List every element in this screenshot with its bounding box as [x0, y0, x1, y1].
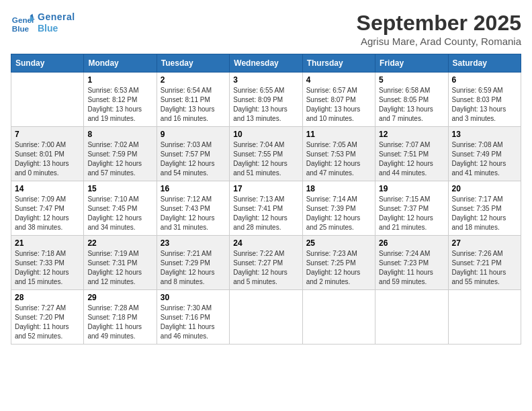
day-info: Sunrise: 7:04 AMSunset: 7:55 PMDaylight:…	[233, 140, 298, 178]
day-info: Sunrise: 7:02 AMSunset: 7:59 PMDaylight:…	[87, 140, 152, 178]
day-number: 14	[15, 184, 80, 193]
calendar-cell: 15Sunrise: 7:10 AMSunset: 7:45 PMDayligh…	[84, 181, 157, 236]
calendar-week-row: 14Sunrise: 7:09 AMSunset: 7:47 PMDayligh…	[11, 181, 521, 236]
day-number: 29	[87, 293, 152, 302]
calendar-cell: 6Sunrise: 6:59 AMSunset: 8:03 PMDaylight…	[448, 73, 521, 127]
day-info: Sunrise: 7:15 AMSunset: 7:37 PMDaylight:…	[379, 195, 444, 232]
day-number: 17	[233, 184, 298, 193]
day-number: 8	[87, 130, 152, 139]
day-info: Sunrise: 6:57 AMSunset: 8:07 PMDaylight:…	[306, 86, 371, 124]
day-number: 15	[87, 184, 152, 193]
day-number: 10	[233, 130, 298, 139]
calendar-week-row: 1Sunrise: 6:53 AMSunset: 8:12 PMDaylight…	[11, 73, 521, 127]
day-info: Sunrise: 7:19 AMSunset: 7:31 PMDaylight:…	[87, 249, 152, 287]
header-tuesday: Tuesday	[157, 54, 229, 73]
month-title: September 2025	[357, 11, 521, 36]
day-info: Sunrise: 7:03 AMSunset: 7:57 PMDaylight:…	[161, 140, 226, 178]
calendar-cell	[375, 290, 448, 345]
day-info: Sunrise: 6:55 AMSunset: 8:09 PMDaylight:…	[233, 86, 298, 124]
calendar-cell: 7Sunrise: 7:00 AMSunset: 8:01 PMDaylight…	[11, 127, 84, 181]
day-number: 23	[161, 238, 226, 248]
calendar-cell: 28Sunrise: 7:27 AMSunset: 7:20 PMDayligh…	[11, 290, 84, 345]
calendar-week-row: 21Sunrise: 7:18 AMSunset: 7:33 PMDayligh…	[11, 236, 521, 290]
calendar-cell: 29Sunrise: 7:28 AMSunset: 7:18 PMDayligh…	[84, 290, 157, 345]
day-number: 26	[379, 238, 444, 248]
calendar-cell: 21Sunrise: 7:18 AMSunset: 7:33 PMDayligh…	[11, 236, 84, 290]
calendar-cell: 3Sunrise: 6:55 AMSunset: 8:09 PMDaylight…	[230, 73, 302, 127]
day-number: 18	[306, 184, 371, 193]
day-number: 2	[161, 75, 226, 85]
header: General Blue General Blue September 2025…	[11, 11, 521, 47]
calendar-cell: 12Sunrise: 7:07 AMSunset: 7:51 PMDayligh…	[375, 127, 448, 181]
header-thursday: Thursday	[302, 54, 375, 73]
day-info: Sunrise: 7:23 AMSunset: 7:25 PMDaylight:…	[306, 249, 371, 287]
calendar-cell: 27Sunrise: 7:26 AMSunset: 7:21 PMDayligh…	[448, 236, 521, 290]
day-number: 19	[379, 184, 444, 193]
logo-text-general: General	[38, 11, 75, 23]
day-info: Sunrise: 7:30 AMSunset: 7:16 PMDaylight:…	[161, 304, 226, 341]
day-info: Sunrise: 7:08 AMSunset: 7:49 PMDaylight:…	[452, 140, 517, 178]
logo: General Blue General Blue	[11, 11, 75, 35]
calendar-cell: 16Sunrise: 7:12 AMSunset: 7:43 PMDayligh…	[157, 181, 229, 236]
day-number: 25	[306, 238, 371, 248]
calendar-cell: 25Sunrise: 7:23 AMSunset: 7:25 PMDayligh…	[302, 236, 375, 290]
day-info: Sunrise: 6:54 AMSunset: 8:11 PMDaylight:…	[161, 86, 226, 124]
day-number: 27	[452, 238, 517, 248]
calendar: SundayMondayTuesdayWednesdayThursdayFrid…	[11, 54, 521, 345]
calendar-cell: 18Sunrise: 7:14 AMSunset: 7:39 PMDayligh…	[302, 181, 375, 236]
calendar-cell: 4Sunrise: 6:57 AMSunset: 8:07 PMDaylight…	[302, 73, 375, 127]
calendar-cell: 11Sunrise: 7:05 AMSunset: 7:53 PMDayligh…	[302, 127, 375, 181]
location-title: Agrisu Mare, Arad County, Romania	[357, 36, 521, 47]
logo-text-blue: Blue	[38, 23, 75, 34]
header-monday: Monday	[84, 54, 157, 73]
title-area: September 2025 Agrisu Mare, Arad County,…	[357, 11, 521, 47]
day-info: Sunrise: 7:17 AMSunset: 7:35 PMDaylight:…	[452, 195, 517, 232]
day-info: Sunrise: 7:10 AMSunset: 7:45 PMDaylight:…	[87, 195, 152, 232]
day-number: 24	[233, 238, 298, 248]
calendar-cell: 8Sunrise: 7:02 AMSunset: 7:59 PMDaylight…	[84, 127, 157, 181]
day-info: Sunrise: 7:28 AMSunset: 7:18 PMDaylight:…	[87, 304, 152, 341]
day-info: Sunrise: 7:13 AMSunset: 7:41 PMDaylight:…	[233, 195, 298, 232]
day-number: 7	[15, 130, 80, 139]
day-number: 21	[15, 238, 80, 248]
day-info: Sunrise: 6:59 AMSunset: 8:03 PMDaylight:…	[452, 86, 517, 124]
day-info: Sunrise: 6:58 AMSunset: 8:05 PMDaylight:…	[379, 86, 444, 124]
header-sunday: Sunday	[11, 54, 84, 73]
day-number: 11	[306, 130, 371, 139]
day-info: Sunrise: 7:21 AMSunset: 7:29 PMDaylight:…	[161, 249, 226, 287]
day-number: 1	[87, 75, 152, 85]
day-info: Sunrise: 7:09 AMSunset: 7:47 PMDaylight:…	[15, 195, 80, 232]
calendar-week-row: 28Sunrise: 7:27 AMSunset: 7:20 PMDayligh…	[11, 290, 521, 345]
day-number: 13	[452, 130, 517, 139]
calendar-cell: 26Sunrise: 7:24 AMSunset: 7:23 PMDayligh…	[375, 236, 448, 290]
calendar-cell: 17Sunrise: 7:13 AMSunset: 7:41 PMDayligh…	[230, 181, 302, 236]
day-info: Sunrise: 7:18 AMSunset: 7:33 PMDaylight:…	[15, 249, 80, 287]
day-number: 20	[452, 184, 517, 193]
calendar-cell: 2Sunrise: 6:54 AMSunset: 8:11 PMDaylight…	[157, 73, 229, 127]
calendar-cell: 20Sunrise: 7:17 AMSunset: 7:35 PMDayligh…	[448, 181, 521, 236]
day-number: 6	[452, 75, 517, 85]
day-number: 3	[233, 75, 298, 85]
calendar-cell: 24Sunrise: 7:22 AMSunset: 7:27 PMDayligh…	[230, 236, 302, 290]
calendar-week-row: 7Sunrise: 7:00 AMSunset: 8:01 PMDaylight…	[11, 127, 521, 181]
day-number: 16	[161, 184, 226, 193]
calendar-cell: 5Sunrise: 6:58 AMSunset: 8:05 PMDaylight…	[375, 73, 448, 127]
calendar-header-row: SundayMondayTuesdayWednesdayThursdayFrid…	[11, 54, 521, 73]
day-info: Sunrise: 7:05 AMSunset: 7:53 PMDaylight:…	[306, 140, 371, 178]
calendar-cell: 10Sunrise: 7:04 AMSunset: 7:55 PMDayligh…	[230, 127, 302, 181]
calendar-cell: 9Sunrise: 7:03 AMSunset: 7:57 PMDaylight…	[157, 127, 229, 181]
day-number: 12	[379, 130, 444, 139]
header-saturday: Saturday	[448, 54, 521, 73]
day-info: Sunrise: 7:22 AMSunset: 7:27 PMDaylight:…	[233, 249, 298, 287]
day-info: Sunrise: 7:07 AMSunset: 7:51 PMDaylight:…	[379, 140, 444, 178]
svg-text:Blue: Blue	[12, 24, 30, 33]
day-info: Sunrise: 7:12 AMSunset: 7:43 PMDaylight:…	[161, 195, 226, 232]
day-number: 5	[379, 75, 444, 85]
calendar-cell: 23Sunrise: 7:21 AMSunset: 7:29 PMDayligh…	[157, 236, 229, 290]
logo-icon: General Blue	[11, 11, 35, 35]
calendar-cell: 30Sunrise: 7:30 AMSunset: 7:16 PMDayligh…	[157, 290, 229, 345]
header-wednesday: Wednesday	[230, 54, 302, 73]
day-info: Sunrise: 6:53 AMSunset: 8:12 PMDaylight:…	[87, 86, 152, 124]
header-friday: Friday	[375, 54, 448, 73]
day-info: Sunrise: 7:24 AMSunset: 7:23 PMDaylight:…	[379, 249, 444, 287]
